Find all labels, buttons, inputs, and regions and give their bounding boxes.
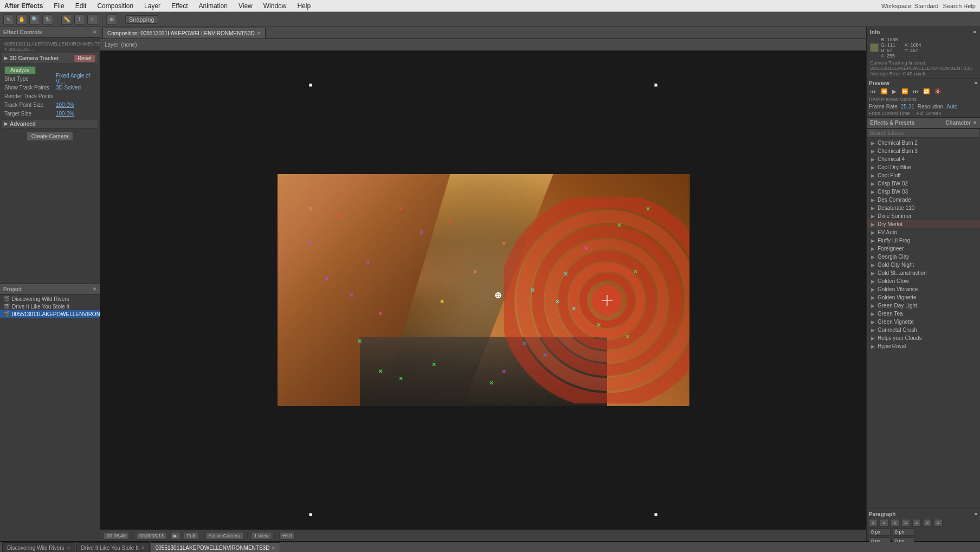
canvas-handle-br[interactable] bbox=[654, 513, 657, 516]
viewer-play[interactable]: ▶ bbox=[170, 532, 180, 540]
resolution-val[interactable]: Auto bbox=[946, 104, 958, 110]
toolbar-text[interactable]: T bbox=[74, 14, 85, 25]
preview-loop[interactable]: 🔁 bbox=[921, 88, 931, 95]
menu-animation[interactable]: Animation bbox=[197, 1, 230, 11]
effects-item-15[interactable]: ▶Gold City Night bbox=[867, 261, 980, 269]
effects-item-18[interactable]: ▶Golden Vibrance bbox=[867, 285, 980, 293]
composition-viewer[interactable]: ✕ ✕ ✕ ✕ ✕ ✕ ✕ ✕ ✕ ✕ ✕ ✕ ✕ ✕ ✕ bbox=[100, 51, 866, 529]
effects-item-23[interactable]: ▶Gunmetal Crush bbox=[867, 326, 980, 334]
canvas-handle-tr[interactable] bbox=[654, 84, 657, 87]
target-size-value[interactable]: 100.0% bbox=[56, 111, 95, 117]
reset-button[interactable]: Reset bbox=[74, 54, 95, 62]
effects-item-10[interactable]: ▶Dry Merlot bbox=[867, 220, 980, 228]
effects-item-6[interactable]: ▶Crisp BW 03 bbox=[867, 188, 980, 196]
preview-skip-fwd[interactable]: ⏭ bbox=[911, 88, 920, 95]
menu-composition[interactable]: Composition bbox=[95, 1, 136, 11]
preview-step-fwd[interactable]: ⏩ bbox=[900, 88, 910, 95]
effects-item-9[interactable]: ▶Dixie Summer bbox=[867, 212, 980, 220]
viewer-time[interactable]: 00;08;40 bbox=[104, 532, 129, 540]
menu-file[interactable]: File bbox=[51, 1, 66, 11]
analyze-button[interactable]: Analyze bbox=[4, 66, 36, 74]
para-justify[interactable]: ≡ bbox=[901, 519, 910, 527]
menu-window[interactable]: Window bbox=[261, 1, 289, 11]
preview-step-back[interactable]: ⏪ bbox=[879, 88, 889, 95]
para-align-right[interactable]: ≡ bbox=[891, 519, 899, 527]
toolbar-hand[interactable]: ✋ bbox=[16, 14, 27, 25]
track-point-size-value[interactable]: 100.0% bbox=[56, 102, 95, 108]
search-effects-input[interactable] bbox=[867, 129, 980, 138]
toolbar-shape[interactable]: □ bbox=[87, 14, 98, 25]
paragraph-close[interactable]: ✕ bbox=[974, 512, 978, 517]
shot-type-value[interactable]: Fixed Angle of Vi... bbox=[56, 73, 95, 85]
menu-view[interactable]: View bbox=[236, 1, 255, 11]
para-align-left[interactable]: ≡ bbox=[869, 519, 878, 527]
canvas-handle-bl[interactable] bbox=[309, 513, 312, 516]
effects-item-19[interactable]: ▶Golden Vignette bbox=[867, 293, 980, 301]
effects-item-22[interactable]: ▶Green Vignette bbox=[867, 318, 980, 326]
effects-item-12[interactable]: ▶Fluffy Lil Frog bbox=[867, 236, 980, 245]
effects-item-4[interactable]: ▶Cool Fluff bbox=[867, 171, 980, 179]
effects-item-1[interactable]: ▶Chemical Burn 3 bbox=[867, 147, 980, 155]
para-indent-left[interactable] bbox=[869, 528, 891, 536]
menu-edit[interactable]: Edit bbox=[73, 1, 89, 11]
toolbar-rotate[interactable]: ↻ bbox=[42, 14, 53, 25]
effects-item-20[interactable]: ▶Green Day Light bbox=[867, 301, 980, 310]
create-camera-button[interactable]: Create Camera bbox=[27, 132, 73, 141]
preview-play[interactable]: ▶ bbox=[891, 88, 898, 95]
effects-item-8[interactable]: ▶Desaturate 110 bbox=[867, 204, 980, 212]
color-swatch-box[interactable] bbox=[870, 43, 879, 52]
advanced-group[interactable]: ▶ Advanced bbox=[2, 120, 98, 129]
show-track-value[interactable]: 3D Solved bbox=[56, 85, 95, 91]
para-justify-center[interactable]: ≡ bbox=[923, 519, 932, 527]
project-item-2[interactable]: 🎬 005513011LAKEPOWELLENVIRONMENTS3D bbox=[0, 310, 100, 318]
effects-item-3[interactable]: ▶Cool Dry Blue bbox=[867, 163, 980, 171]
canvas-handle-tl[interactable] bbox=[309, 84, 312, 87]
effects-close[interactable]: ✕ bbox=[973, 120, 977, 125]
menu-layer[interactable]: Layer bbox=[142, 1, 163, 11]
effects-item-17[interactable]: ▶Golden Glow bbox=[867, 277, 980, 285]
effect-controls-close[interactable]: ✕ bbox=[93, 30, 96, 35]
preview-skip-back[interactable]: ⏮ bbox=[869, 88, 878, 95]
para-indent-right[interactable] bbox=[893, 528, 914, 536]
project-panel-close[interactable]: ✕ bbox=[93, 287, 96, 292]
timeline-tab-1-close[interactable]: ✕ bbox=[141, 545, 145, 550]
effects-item-2[interactable]: ▶Chemical 4 bbox=[867, 155, 980, 163]
camera-tracker-group[interactable]: ▶ 3D Camera Tracker Reset bbox=[2, 53, 98, 64]
viewer-view[interactable]: 1 View bbox=[251, 532, 272, 540]
viewer-resolution[interactable]: Full bbox=[184, 532, 198, 540]
timeline-tab-0[interactable]: Discovering Wild Rivers ✕ bbox=[2, 542, 75, 552]
preview-mute[interactable]: 🔇 bbox=[933, 88, 943, 95]
para-align-center[interactable]: ≡ bbox=[880, 519, 888, 527]
timeline-tab-1[interactable]: Drive It Like You Stole It ✕ bbox=[76, 542, 150, 552]
toolbar-zoom[interactable]: 🔍 bbox=[29, 14, 40, 25]
preview-close[interactable]: ✕ bbox=[974, 81, 978, 86]
comp-tab-main[interactable]: Composition: 005513011LAKEPOWELLENVIRONM… bbox=[102, 28, 266, 38]
project-item-0[interactable]: 🎬 Discovering Wild Rivers bbox=[0, 295, 100, 303]
timeline-tab-2-close[interactable]: ✕ bbox=[272, 545, 275, 550]
effects-item-13[interactable]: ▶Foreigneer bbox=[867, 245, 980, 253]
effects-item-7[interactable]: ▶Des Comrade bbox=[867, 196, 980, 204]
effects-item-11[interactable]: ▶EV Auto bbox=[867, 228, 980, 236]
viewer-frame[interactable]: 00;0003;13 bbox=[136, 532, 167, 540]
viewer-zoom[interactable]: +0.0 bbox=[279, 532, 295, 540]
toolbar-select[interactable]: ↖ bbox=[3, 14, 14, 25]
effects-item-14[interactable]: ▶Georgia Clay bbox=[867, 253, 980, 261]
effects-item-25[interactable]: ▶HyperRoyal bbox=[867, 342, 980, 350]
effects-item-5[interactable]: ▶Crisp BW 02 bbox=[867, 179, 980, 188]
para-justify-all[interactable]: ≡ bbox=[934, 519, 943, 527]
effects-item-0[interactable]: ▶Chemical Burn 2 bbox=[867, 139, 980, 147]
toolbar-puppet[interactable]: ⊕ bbox=[106, 14, 117, 25]
toolbar-pen[interactable]: ✏️ bbox=[61, 14, 72, 25]
comp-tab-main-close[interactable]: ✕ bbox=[257, 31, 261, 36]
menu-help[interactable]: Help bbox=[295, 1, 313, 11]
effects-item-16[interactable]: ▶Gold St...anstruction bbox=[867, 269, 980, 277]
timeline-tab-0-close[interactable]: ✕ bbox=[67, 545, 70, 550]
timeline-tab-2[interactable]: 005513011LAKEPOWELLENVIRONMENTS3D ✕ bbox=[151, 542, 281, 552]
info-close[interactable]: ✕ bbox=[973, 30, 977, 35]
viewer-camera[interactable]: Active Camera bbox=[205, 532, 244, 540]
para-justify-right[interactable]: ≡ bbox=[912, 519, 921, 527]
effects-item-21[interactable]: ▶Green Tea bbox=[867, 310, 980, 318]
effects-item-24[interactable]: ▶Helps your Clouds bbox=[867, 334, 980, 342]
menu-effect[interactable]: Effect bbox=[169, 1, 190, 11]
project-item-1[interactable]: 🎬 Drive It Like You Stole It bbox=[0, 303, 100, 310]
